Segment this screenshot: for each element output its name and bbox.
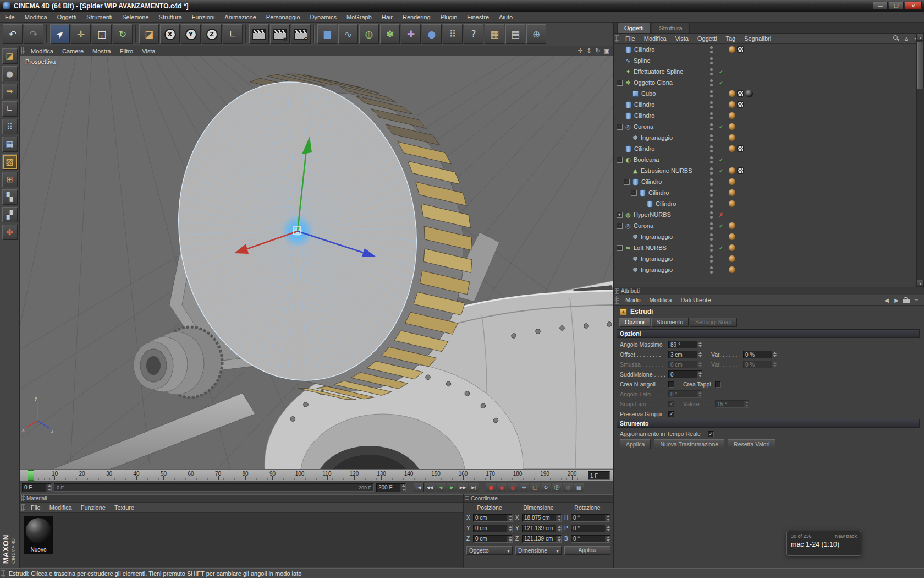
render-settings-button[interactable]: ⚙	[291, 24, 311, 44]
materials-menu-modifica[interactable]: Modifica	[45, 504, 76, 511]
materials-menu-funzione[interactable]: Funzione	[76, 504, 110, 511]
phong-tag[interactable]	[729, 178, 735, 185]
position-mode-dropdown[interactable]: Oggetto▾	[466, 546, 513, 555]
menu-strumenti[interactable]: Strumenti	[81, 12, 117, 23]
expand-toggle[interactable]: −	[631, 190, 637, 196]
visibility-toggles[interactable]	[710, 89, 713, 98]
spinner-arrows[interactable]	[744, 401, 749, 407]
object-manager-menu-segnalibri[interactable]: Segnalibri	[740, 35, 776, 42]
menu-plugin[interactable]: Plugin	[436, 12, 463, 23]
spinner-arrows[interactable]	[697, 341, 702, 348]
edges-mode-button[interactable]: ▦	[2, 137, 18, 152]
object-row[interactable]: −❖Oggetto Clona✓	[614, 77, 917, 88]
expand-toggle[interactable]: −	[617, 157, 623, 163]
angolo-lato-field[interactable]: 0 °	[668, 390, 702, 398]
material-item[interactable]: Nuovo	[24, 516, 53, 554]
scale-tool[interactable]: ◱	[92, 24, 112, 44]
record-pla-toggle[interactable]: ◇	[563, 483, 573, 492]
aggiornamento-in-tempo-reale-checkbox[interactable]: ✓	[708, 431, 714, 437]
tab-strumento[interactable]: Strumento	[651, 318, 689, 327]
dimensione-x-field[interactable]: 18.875 cm	[522, 514, 562, 522]
spinner-arrows[interactable]	[605, 515, 610, 521]
object-row[interactable]: ·Cilindro	[614, 110, 917, 121]
menu-struttura[interactable]: Struttura	[154, 12, 187, 23]
scroll-thumb[interactable]	[917, 42, 924, 89]
visibility-toggles[interactable]	[710, 67, 713, 76]
object-row[interactable]: −◎Corona✓	[614, 220, 917, 231]
valore-field[interactable]: 15 °	[715, 400, 749, 408]
object-axis-mode-button[interactable]: ➥	[2, 84, 18, 99]
help-button[interactable]: ?	[464, 24, 483, 44]
spinner-arrows[interactable]	[697, 361, 702, 368]
texture-tag[interactable]	[737, 167, 744, 174]
lock-icon[interactable]	[903, 299, 910, 303]
spinner-arrows[interactable]	[507, 515, 512, 521]
spinner-arrows[interactable]	[556, 536, 561, 542]
tab-struttura[interactable]: Struttura	[652, 23, 689, 33]
add-nurbs-button[interactable]: ◍	[359, 24, 379, 44]
crea-n-angoli-checkbox[interactable]	[668, 381, 674, 388]
spinner-arrows[interactable]	[46, 484, 51, 492]
visibility-toggles[interactable]	[710, 144, 713, 153]
visibility-toggles[interactable]	[710, 265, 713, 274]
object-row[interactable]: ·☸Ingranaggio	[614, 231, 917, 242]
attribute-manager-menu-modo[interactable]: Modo	[621, 297, 645, 303]
spinner-arrows[interactable]	[772, 351, 777, 358]
menu-personaggio[interactable]: Personaggio	[261, 12, 305, 23]
frame-step-field[interactable]: 1 F	[588, 471, 610, 480]
texture-tag[interactable]	[737, 101, 744, 108]
object-row[interactable]: ·Cilindro	[614, 143, 917, 154]
visibility-toggles[interactable]	[710, 78, 713, 87]
enable-toggle[interactable]: ✓	[719, 157, 723, 163]
materials-menu-texture[interactable]: Texture	[110, 504, 139, 511]
expand-toggle[interactable]: −	[617, 124, 623, 130]
object-manager-menu-tag[interactable]: Tag	[721, 35, 740, 42]
spinner-arrows[interactable]	[556, 525, 561, 532]
new-transform-button[interactable]: Nuova Trasformazione	[654, 439, 724, 449]
phong-tag[interactable]	[729, 233, 735, 240]
apply-coordinates-button[interactable]: Applica	[564, 546, 610, 555]
visibility-toggles[interactable]	[710, 56, 713, 65]
object-row[interactable]: ·▲Estrusione NURBS✓	[614, 165, 917, 176]
texture-axis-mode-button[interactable]: ▚	[2, 189, 18, 205]
crea-tappi-checkbox[interactable]	[715, 381, 721, 388]
menu-hair[interactable]: Hair	[377, 12, 398, 23]
visibility-toggles[interactable]	[710, 133, 713, 142]
phong-tag[interactable]	[729, 255, 735, 262]
render-view-button[interactable]	[249, 24, 269, 44]
offset-field[interactable]: 3 cm	[668, 351, 702, 358]
visibility-toggles[interactable]	[710, 100, 713, 109]
posizione-z-field[interactable]: 0 cm	[473, 535, 513, 543]
panel-grip[interactable]	[465, 495, 469, 501]
minimize-button[interactable]: —	[873, 2, 888, 10]
coordinate-system-toggle[interactable]: ∟	[223, 24, 243, 44]
spinner-arrows[interactable]	[605, 536, 610, 542]
menu-oggetti[interactable]: Oggetti	[52, 12, 81, 23]
object-row[interactable]: ·☸Ingranaggio	[614, 264, 917, 275]
attribute-manager-menu-modifica[interactable]: Modifica	[645, 297, 676, 303]
smussa-field[interactable]: 0 cm	[668, 361, 702, 368]
previous-object-icon[interactable]: ◀	[883, 297, 890, 303]
menu-mograph[interactable]: MoGraph	[342, 12, 377, 23]
timeline-layout-button[interactable]: ▦	[574, 483, 584, 492]
preserva-gruppi-checkbox[interactable]: ✓	[668, 411, 674, 417]
viewport-menu-vista[interactable]: Vista	[138, 48, 160, 54]
add-particles-button[interactable]: ⠿	[443, 24, 463, 44]
expand-toggle[interactable]: +	[617, 212, 623, 218]
visibility-toggles[interactable]	[710, 243, 713, 252]
close-button[interactable]: ✕	[905, 2, 922, 10]
menu-modifica[interactable]: Modifica	[20, 12, 52, 23]
enable-toggle[interactable]: ✓	[719, 80, 723, 86]
lock-y-axis-button[interactable]: Y	[181, 24, 201, 44]
expand-toggle[interactable]: −	[617, 80, 623, 86]
record-scale-toggle[interactable]: ▢	[530, 483, 540, 492]
live-selection-tool[interactable]: ➤	[50, 24, 70, 44]
visibility-toggles[interactable]	[710, 122, 713, 131]
materials-menu-file[interactable]: File	[26, 504, 45, 511]
next-key-button[interactable]: ▶▶	[458, 483, 468, 492]
rotate-tool[interactable]: ↻	[113, 24, 133, 44]
object-row[interactable]: ·Cilindro	[614, 99, 917, 110]
pan-view-icon[interactable]: ✛	[577, 48, 584, 54]
object-tree-scrollbar[interactable]: ▲ ▼	[916, 34, 924, 287]
record-selection-button[interactable]: ◎	[508, 483, 518, 492]
